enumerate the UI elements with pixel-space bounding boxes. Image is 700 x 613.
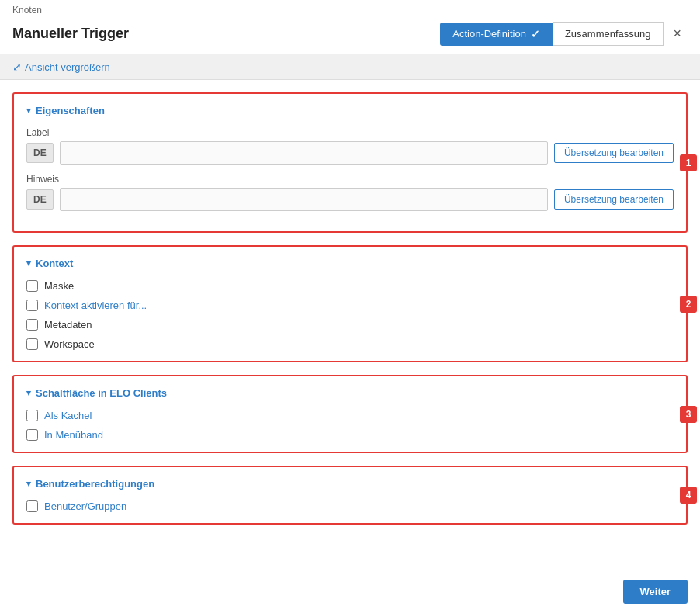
- header-actions: Action-Definition ✓ Zusammenfassung ×: [440, 22, 688, 46]
- chevron-icon-benutzerberechtigungen[interactable]: ▾: [26, 479, 31, 489]
- checkbox-benutzer-gruppen-input[interactable]: [26, 500, 38, 512]
- checkbox-in-menueband-input[interactable]: [26, 429, 38, 441]
- toolbar-row: ⤢ Ansicht vergrößern: [0, 54, 700, 80]
- close-button[interactable]: ×: [667, 23, 688, 45]
- checkbox-metadaten-input[interactable]: [26, 319, 38, 331]
- benutzerberechtigungen-checkbox-group: Benutzer/Gruppen: [26, 500, 674, 512]
- section-header-schaltflaeche: ▾ Schaltfläche in ELO Clients: [26, 387, 674, 399]
- hinweis-field-label: Hinweis: [26, 174, 674, 185]
- section-header-eigenschaften: ▾ Eigenschaften: [26, 105, 674, 116]
- weiter-button[interactable]: Weiter: [623, 580, 688, 604]
- checkbox-maske-label: Maske: [44, 280, 74, 292]
- section-badge-4: 4: [680, 487, 697, 504]
- expand-button[interactable]: ⤢ Ansicht vergrößern: [12, 61, 110, 73]
- checkbox-workspace-input[interactable]: [26, 338, 38, 350]
- section-badge-1: 1: [680, 154, 697, 171]
- section-benutzerberechtigungen: ▾ Benutzerberechtigungen Benutzer/Gruppe…: [12, 466, 688, 525]
- section-header-benutzerberechtigungen: ▾ Benutzerberechtigungen: [26, 478, 674, 490]
- checkbox-benutzer-gruppen[interactable]: Benutzer/Gruppen: [26, 500, 674, 512]
- page-title: Manueller Trigger: [12, 26, 129, 42]
- checkbox-workspace[interactable]: Workspace: [26, 338, 674, 350]
- checkbox-metadaten[interactable]: Metadaten: [26, 319, 674, 331]
- hinweis-translate-button[interactable]: Übersetzung bearbeiten: [554, 189, 674, 210]
- checkbox-benutzer-gruppen-label: Benutzer/Gruppen: [44, 500, 126, 512]
- checkbox-kontext-aktivieren-label: Kontext aktivieren für...: [44, 300, 147, 311]
- section-title-schaltflaeche: Schaltfläche in ELO Clients: [36, 387, 167, 399]
- chevron-icon-eigenschaften[interactable]: ▾: [26, 106, 31, 116]
- checkbox-als-kachel-input[interactable]: [26, 410, 38, 421]
- page-container: Knoten Manueller Trigger Action-Definiti…: [0, 0, 700, 613]
- checkbox-metadaten-label: Metadaten: [44, 319, 92, 331]
- section-badge-2: 2: [680, 296, 697, 313]
- hinweis-field-group: Hinweis DE Übersetzung bearbeiten: [26, 174, 674, 211]
- checkbox-als-kachel[interactable]: Als Kachel: [26, 410, 674, 421]
- label-translate-button[interactable]: Übersetzung bearbeiten: [554, 143, 674, 163]
- footer-row: Weiter: [0, 570, 700, 613]
- checkbox-maske-input[interactable]: [26, 280, 38, 292]
- checkbox-kontext-aktivieren[interactable]: Kontext aktivieren für...: [26, 300, 674, 311]
- section-title-kontext: Kontext: [36, 258, 73, 269]
- checkbox-in-menueband[interactable]: In Menüband: [26, 429, 674, 441]
- content-area: ▾ Eigenschaften Label DE Übersetzung bea…: [0, 80, 700, 570]
- section-schaltflaeche: ▾ Schaltfläche in ELO Clients Als Kachel…: [12, 375, 688, 453]
- kontext-checkbox-group: Maske Kontext aktivieren für... Metadate…: [26, 280, 674, 350]
- schaltflaeche-checkbox-group: Als Kachel In Menüband: [26, 410, 674, 441]
- section-kontext: ▾ Kontext Maske Kontext aktivieren für..…: [12, 245, 688, 362]
- action-definition-button[interactable]: Action-Definition ✓: [440, 23, 553, 46]
- hinweis-lang-badge: DE: [26, 189, 54, 210]
- checkbox-workspace-label: Workspace: [44, 338, 95, 350]
- expand-label: Ansicht vergrößern: [25, 61, 110, 73]
- label-input-row: DE Übersetzung bearbeiten: [26, 141, 674, 165]
- chevron-icon-schaltflaeche[interactable]: ▾: [26, 388, 31, 398]
- label-text-input[interactable]: [60, 141, 548, 165]
- checkbox-kontext-aktivieren-input[interactable]: [26, 300, 38, 311]
- section-badge-3: 3: [680, 406, 697, 423]
- hinweis-text-input[interactable]: [60, 188, 548, 211]
- checkmark-icon: ✓: [531, 28, 540, 40]
- section-title-benutzerberechtigungen: Benutzerberechtigungen: [36, 478, 154, 490]
- section-eigenschaften: ▾ Eigenschaften Label DE Übersetzung bea…: [12, 92, 688, 233]
- label-field-group: Label DE Übersetzung bearbeiten: [26, 127, 674, 165]
- label-field-label: Label: [26, 127, 674, 138]
- section-header-kontext: ▾ Kontext: [26, 258, 674, 269]
- expand-icon: ⤢: [12, 61, 22, 73]
- header-row: Manueller Trigger Action-Definition ✓ Zu…: [0, 17, 700, 54]
- breadcrumb: Knoten: [0, 0, 700, 17]
- action-def-label: Action-Definition: [452, 28, 526, 40]
- checkbox-in-menueband-label: In Menüband: [44, 429, 103, 441]
- hinweis-input-row: DE Übersetzung bearbeiten: [26, 188, 674, 211]
- checkbox-maske[interactable]: Maske: [26, 280, 674, 292]
- checkbox-als-kachel-label: Als Kachel: [44, 410, 92, 421]
- chevron-icon-kontext[interactable]: ▾: [26, 258, 31, 268]
- section-title-eigenschaften: Eigenschaften: [36, 105, 105, 116]
- zusammenfassung-button[interactable]: Zusammenfassung: [553, 22, 664, 46]
- label-lang-badge: DE: [26, 143, 54, 163]
